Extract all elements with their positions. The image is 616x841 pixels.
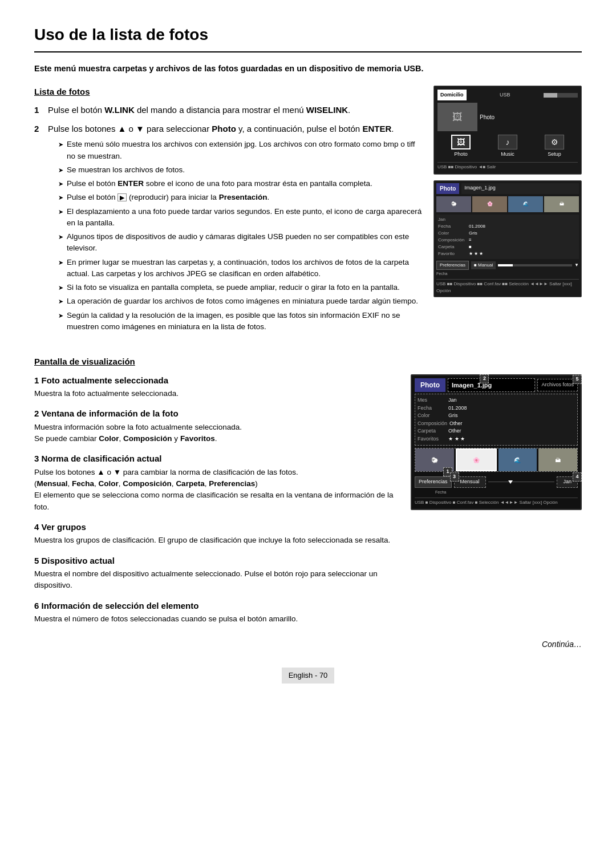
badge-2: 2 <box>480 374 489 383</box>
pv-val-carpeta: Other <box>448 427 461 435</box>
pv-info-section: Mes Jan Fecha 01.2008 Color Gris Composi… <box>415 394 578 446</box>
desc-item-4: 4 Ver grupos Muestra los grupos de clasi… <box>34 521 399 547</box>
pv-row-comp: Composición Other <box>418 420 575 428</box>
desc-header-3: 3 Norma de clasificación actual <box>34 452 399 466</box>
tv2-info-panel: Jan Fecha01.2008 ColorGris Composición≡ … <box>436 215 579 259</box>
item-label: Información de selección del elemento <box>42 601 199 610</box>
pv-label-carpeta: Carpeta <box>418 427 446 435</box>
pv-thumb-row: 🐑 🌸 🌊 🏔 <box>415 448 578 472</box>
thumb-1: 🐑 <box>436 196 471 212</box>
pv-thumbs-section: 🐑 🌸 🌊 🏔 1 <box>415 448 578 472</box>
page-title: Uso de la lista de fotos <box>34 23 582 52</box>
tv2-thumb-grid: 🐑 🌸 🌊 🏔 <box>436 196 579 212</box>
label-fav: Favorito <box>438 250 467 257</box>
tv-icon-label: Photo <box>454 151 468 159</box>
pv-row-color: Color Gris <box>418 412 575 420</box>
bullet-list: Este menú sólo muestra los archivos con … <box>58 139 422 333</box>
desc-body-6: Muestra el número de fotos seleccionadas… <box>34 613 399 625</box>
list-item: 1 Pulse el botón W.LINK del mando a dist… <box>34 104 422 117</box>
page-footer-box: English - 70 <box>282 668 335 684</box>
desc-header-2: 2 Ventana de información de la foto <box>34 407 399 420</box>
tv2-bottom-bar: USB ■■ Dispositivo ■■ Conf.fav ■■ Selecc… <box>436 279 579 294</box>
pv-prefs-btn: Preferencias <box>415 476 452 488</box>
tv-screen-2: Photo Imagen_1.jpg 🐑 🌸 🌊 🏔 Jan Fecha01.2… <box>433 180 582 298</box>
bullet-text: Según la calidad y la resolución de la i… <box>67 310 422 333</box>
tv-icon-music: ♪ Music <box>498 135 517 159</box>
pv-thumb-2: 🌸 <box>456 448 497 471</box>
pv-val-mes: Jan <box>448 397 457 405</box>
pv-files-label: Archivos fotos <box>541 382 574 387</box>
label-mes: Jan <box>438 216 467 223</box>
item-num: 4 <box>34 522 42 532</box>
desc-body-3: Pulse los botones ▲ o ▼ para cambiar la … <box>34 467 399 513</box>
desc-header-4: 4 Ver grupos <box>34 521 399 534</box>
section1-title: Lista de fotos <box>34 86 422 99</box>
label-color: Color <box>438 230 467 237</box>
item-label: Ventana de información de la foto <box>42 409 179 418</box>
desc-body-5: Muestra el nombre del dispositivo actual… <box>34 568 399 592</box>
item-num: 3 <box>34 454 39 463</box>
tv-icon-photo: 🖼 Photo <box>451 135 471 159</box>
intro-text: Este menú muestra carpetas y archivos de… <box>34 63 582 75</box>
list-text: Pulse los botones ▲ o ▼ para seleccionar… <box>48 124 394 134</box>
pv-row-fav: Favoritos ★ ★ ★ <box>418 435 575 443</box>
tv2-top: Photo Imagen_1.jpg <box>436 183 579 194</box>
desc-item-6: 6 Información de selección del elemento … <box>34 600 399 625</box>
section1-left: Lista de fotos 1 Pulse el botón W.LINK d… <box>34 86 422 342</box>
tv2-manual-label: ■ Manual <box>471 261 496 269</box>
pv-label-fav: Favoritos <box>418 435 446 443</box>
footer-page: 70 <box>319 671 327 680</box>
tv2-prefs-label: Preferencias <box>436 261 469 270</box>
bullet-item: Pulse el botón ENTER sobre el icono de u… <box>58 178 422 189</box>
desc-item-5: 5 Dispositivo actual Muestra el nombre d… <box>34 555 399 592</box>
pv-sort-label: Mensual <box>460 479 480 484</box>
tv-icon-setup: ⚙ Setup <box>545 135 564 159</box>
pv-info-box: Mes Jan Fecha 01.2008 Color Gris Composi… <box>415 394 578 446</box>
pv-val-comp: Other <box>449 420 463 428</box>
tv-photo-label: Photo <box>480 113 495 122</box>
label-carpeta: Carpeta <box>438 244 467 250</box>
tv-usb-label: USB <box>500 91 510 99</box>
pv-row-mes: Mes Jan <box>418 397 575 405</box>
section2-layout: 1 Foto actualmente seleccionada Muestra … <box>34 374 582 633</box>
bullet-item: Si la foto se visualiza en pantalla comp… <box>58 282 422 293</box>
list-num: 1 <box>34 104 43 117</box>
desc-header-5: 5 Dispositivo actual <box>34 555 399 568</box>
desc-body-4: Muestra los grupos de clasificación. El … <box>34 535 399 546</box>
photo-icon: 🖼 <box>451 135 471 149</box>
list-item: 2 Pulse los botones ▲ o ▼ para seleccion… <box>34 123 422 336</box>
badge-5: 5 <box>573 375 582 384</box>
bullet-item: La operación de guardar los archivos de … <box>58 296 422 307</box>
list-content: Pulse los botones ▲ o ▼ para seleccionar… <box>48 123 422 336</box>
footer-separator: - <box>315 671 319 680</box>
val-comp: ≡ <box>469 237 472 244</box>
bullet-item: Se muestran los archivos de fotos. <box>58 164 422 176</box>
bullet-item: Este menú sólo muestra los archivos con … <box>58 139 422 162</box>
thumb-2: 🌸 <box>472 196 507 212</box>
section1-right: Domicilio USB 🖼 Photo 🖼 Photo <box>433 86 582 342</box>
bullet-item: En primer lugar se muestran las carpetas… <box>58 257 422 280</box>
pv-tab: Photo <box>415 378 445 392</box>
tv-icon-label: Setup <box>548 151 561 159</box>
tv2-filename: Imagen_1.jpg <box>461 183 579 194</box>
pv-fecha-label: Fecha <box>435 490 578 496</box>
tv-title-bar: Domicilio USB <box>437 90 578 101</box>
pv-bottom-bar: USB ■ Dispositivo ■ Conf.fav ■ Selección… <box>415 498 578 506</box>
section2-title: Pantalla de visualización <box>34 355 582 369</box>
pv-label-mes: Mes <box>418 397 446 405</box>
thumb-4: 🏔 <box>544 196 579 212</box>
pv-group-box: Jan 4 <box>557 476 578 488</box>
bullet-item: El desplazamiento a una foto puede tarda… <box>58 206 422 229</box>
item-label: Norma de clasificación actual <box>42 454 162 463</box>
pv-row-carpeta: Carpeta Other <box>418 427 575 435</box>
thumb-3: 🌊 <box>508 196 543 212</box>
tv2-fecha-label: Fecha <box>436 271 579 277</box>
bullet-text: Pulse el botón ▶ (reproducir) para inici… <box>67 192 269 203</box>
label-fecha: Fecha <box>438 223 467 230</box>
bullet-item: Según la calidad y la resolución de la i… <box>58 310 422 333</box>
tv2-tab: Photo <box>436 183 459 194</box>
pv-files-box: Archivos fotos 5 <box>537 379 578 391</box>
continue-text: Continúa… <box>34 638 582 650</box>
pv-val-color: Gris <box>448 412 458 420</box>
desc-header-1: 1 Foto actualmente seleccionada <box>34 374 399 387</box>
